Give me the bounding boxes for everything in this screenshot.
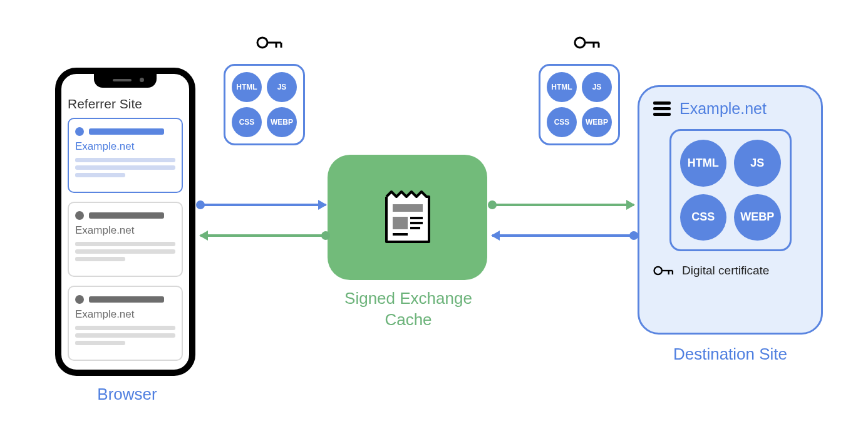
asset-bundle-small-right: HTML JS CSS WEBP — [539, 64, 620, 145]
result-card-primary: Example.net — [68, 118, 183, 193]
arrow-cache-to-destination — [492, 204, 634, 206]
key-icon — [653, 264, 674, 278]
asset-webp-icon: WEBP — [267, 107, 297, 137]
arrow-browser-to-cache — [200, 204, 326, 206]
svg-point-0 — [257, 38, 267, 48]
newspaper-icon — [383, 189, 433, 246]
asset-webp-icon: WEBP — [734, 194, 781, 241]
svg-point-14 — [654, 267, 662, 274]
card-heading-bar — [89, 212, 164, 219]
card-heading-bar — [89, 296, 164, 303]
asset-css-icon: CSS — [547, 107, 577, 137]
result-card-secondary: Example.net — [68, 202, 183, 277]
hamburger-icon — [653, 101, 671, 116]
asset-webp-icon: WEBP — [582, 107, 612, 137]
asset-js-icon: JS — [734, 140, 781, 187]
cache-label: Signed Exchange Cache — [343, 288, 474, 331]
asset-js-icon: JS — [582, 72, 612, 102]
card-heading-bar — [89, 128, 164, 135]
phone-notch — [94, 73, 157, 88]
card-site-name: Example.net — [75, 308, 175, 321]
asset-js-icon: JS — [267, 72, 297, 102]
arrow-cache-to-browser — [200, 234, 326, 237]
signed-exchange-cache — [328, 155, 487, 280]
card-text-placeholder — [75, 158, 175, 177]
asset-html-icon: HTML — [680, 140, 727, 187]
asset-bundle-small-left: HTML JS CSS WEBP — [224, 64, 305, 145]
svg-rect-8 — [393, 204, 423, 212]
browser-phone: Referrer Site Example.net Example.net Ex… — [55, 68, 195, 376]
referrer-site-title: Referrer Site — [68, 96, 142, 112]
asset-html-icon: HTML — [232, 72, 262, 102]
card-text-placeholder — [75, 326, 175, 345]
card-site-name: Example.net — [75, 224, 175, 237]
destination-label: Destination Site — [668, 345, 793, 364]
svg-rect-9 — [393, 217, 408, 229]
key-icon — [574, 34, 601, 51]
result-card-secondary: Example.net — [68, 286, 183, 361]
card-bullet-icon — [75, 127, 84, 136]
arrow-destination-to-cache — [492, 234, 634, 237]
browser-label: Browser — [93, 385, 162, 404]
asset-html-icon: HTML — [547, 72, 577, 102]
card-bullet-icon — [75, 211, 84, 220]
digital-certificate-label: Digital certificate — [682, 264, 769, 278]
card-bullet-icon — [75, 295, 84, 304]
card-text-placeholder — [75, 242, 175, 261]
svg-point-4 — [575, 38, 585, 48]
destination-site-box: Example.net HTML JS CSS WEBP Digital cer… — [638, 85, 823, 335]
asset-bundle-large: HTML JS CSS WEBP — [669, 129, 792, 251]
asset-css-icon: CSS — [680, 194, 727, 241]
key-icon — [256, 34, 284, 51]
asset-css-icon: CSS — [232, 107, 262, 137]
destination-title: Example.net — [679, 100, 767, 118]
card-site-name: Example.net — [75, 140, 175, 153]
